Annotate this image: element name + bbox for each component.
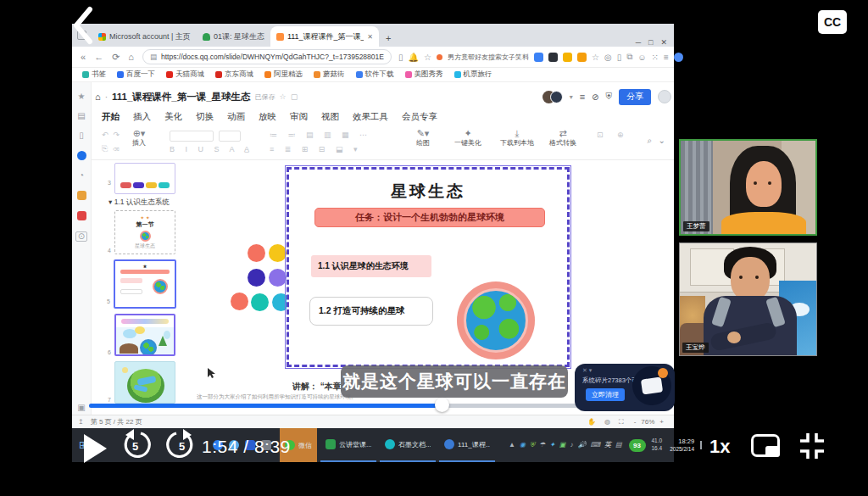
insert-tool[interactable]: ⊕▾ 插入 [132,129,146,148]
bookmark-item[interactable]: 天猫商城 [166,70,204,80]
books-icon[interactable]: ▤ [77,112,85,120]
tray-icon[interactable]: ♪ [570,442,573,449]
apps-grid-icon[interactable]: ⁙ [652,53,659,62]
playback-speed-button[interactable]: 1x [709,436,730,458]
more-tools-icons[interactable]: ⊡ ⊕ [597,131,630,139]
action-center-icon[interactable] [700,441,702,449]
exit-fullscreen-button[interactable] [795,431,829,461]
maximize-button[interactable]: □ [648,38,653,47]
clipboard-icons[interactable]: ⎘⌫ [102,144,124,153]
tray-icon[interactable]: ▤ [615,442,622,449]
arrow-up-icon[interactable]: ↥ [78,418,84,426]
bookmark-item[interactable]: 美图秀秀 [405,70,443,80]
font-size-select[interactable] [219,131,241,142]
download-tool[interactable]: ⤓ 下载到本地 [500,129,534,148]
bookmark-item[interactable]: 机票旅行 [454,70,492,80]
fit-screen-icon[interactable]: ⛶ [619,418,624,426]
share-button[interactable]: 分享 [619,89,651,105]
favorites-star-icon[interactable]: ★ [78,92,86,101]
docs-home-icon[interactable]: ⌂ [95,92,101,102]
history-icon[interactable]: ◔ [79,171,84,180]
collapse-icon[interactable]: « [81,52,86,62]
refresh-icon[interactable]: ⟳ [112,52,120,63]
draw-tool[interactable]: ✎▾ 绘图 [416,129,430,148]
comment-bubble-icon[interactable]: ◍ [604,418,610,426]
cc-subtitles-button[interactable]: CC [818,10,847,34]
bookmark-item[interactable]: 蘑菇街 [314,70,345,80]
security-score-badge[interactable]: 93 [629,439,646,452]
slide-thumbnail-5-active[interactable]: ★ [114,259,176,309]
extension-icon-1[interactable] [534,53,543,62]
bookmark-item[interactable]: 软件下载 [356,70,394,80]
tab-close-icon[interactable]: ✕ [367,33,373,41]
qq-icon[interactable] [77,151,86,160]
forward-5s-button[interactable]: 5 [166,429,197,463]
toolbar-search-icon[interactable]: ⌕ [647,136,652,146]
extension-icon-3[interactable] [563,53,572,62]
move-folder-icon[interactable]: ▢ [291,92,298,101]
toolbar-collapse-icon[interactable]: ⌄ [659,136,665,145]
lesson-seekbar[interactable] [89,404,585,408]
webcam-teacher[interactable]: 王梦蕾 [679,139,817,236]
player-back-button[interactable] [70,5,100,46]
tray-icon[interactable]: ☂ [539,442,545,449]
new-tab-button[interactable]: + [386,33,391,43]
target-icon[interactable]: ◎ [604,53,612,62]
hamburger-icon[interactable]: ≡ [580,92,585,102]
popup-close-icon[interactable]: ✕ ▾ [582,367,592,374]
tray-icon[interactable]: ⛨ [530,442,535,449]
zoom-in-button[interactable]: + [659,418,664,426]
bell-icon[interactable]: 🔔 [408,53,418,62]
browser-tab-2[interactable]: 01课: 星球生态 [197,26,270,47]
taskbar-app-3[interactable]: 111_课程... [439,428,495,462]
star-icon[interactable]: ☆ [424,53,431,62]
tray-icon[interactable]: ◉ [520,442,526,449]
browser-tab-1[interactable]: Microsoft account | 主页 [92,26,197,47]
beautify-tool[interactable]: ✦ 一键美化 [454,129,481,148]
taskbar-app-1[interactable]: 云讲堂课... [320,428,376,462]
collaborator-avatars[interactable] [542,91,563,103]
account-avatar[interactable] [674,53,683,62]
taskbar-clock[interactable]: 18:29 2025/2/14 [670,437,694,453]
bookmark-item[interactable]: 书签 [82,70,106,80]
page-info-icon[interactable]: ▤ [150,53,157,61]
panel-icon[interactable]: ▣ [77,404,85,412]
browser-tab-3-active[interactable]: 111_课程课件_第一课_星球生... ✕ [270,26,379,47]
favorite-icon[interactable]: ☆ [592,53,599,62]
slide-thumbnail-3[interactable] [114,163,175,194]
convert-tool[interactable]: ⇄ 格式转换 [549,129,576,148]
url-field[interactable]: ▤ https://docs.qq.com/slide/DWHNQYm/QdGa… [142,49,392,64]
profile-icon[interactable]: ☺ [637,53,646,62]
rewind-5s-button[interactable]: 5 [120,429,151,463]
minimize-button[interactable]: ─ [636,38,641,47]
zoom-out-button[interactable]: - [634,418,637,426]
home-icon[interactable]: ⌂ [128,52,134,62]
text-format-icons[interactable]: B I U S A A̲ [170,145,253,153]
slide-thumbnail-4[interactable]: ✦ ✦ 第一节 星球生态 [114,210,175,254]
menu-icon[interactable]: ≡ [664,53,669,62]
tray-icon[interactable]: ✦ [549,442,555,449]
paragraph-icons-row2[interactable]: ≡ ≣ ⊞ ⊟ ⬓ ▾ [270,145,361,153]
folder-icon[interactable] [77,191,86,200]
slide-canvas[interactable]: 星球生态 任务：设计一个生机勃勃的星球环境 1.1 认识星球的生态环境 1.2 … [287,167,570,367]
laser-pointer-icon[interactable]: ✋ [587,418,596,426]
extension-icon-4[interactable] [577,53,587,62]
extension-icon-2[interactable] [548,53,558,62]
tray-icon[interactable]: ▲ [509,442,515,449]
permission-shield-icon[interactable]: ⛨ [606,92,613,102]
share-icon[interactable]: ⧉ [626,52,632,62]
font-family-select[interactable] [170,131,214,142]
play-button[interactable] [84,434,107,463]
window-close-button[interactable]: ✕ [660,38,667,47]
tray-icon[interactable]: 英 [604,442,611,449]
bookmark-item[interactable]: 京东商城 [215,70,253,80]
phone-sync-icon[interactable]: ▯ [79,131,84,140]
webcam-student[interactable]: 王宝烨 [679,242,817,356]
helper-bubble[interactable] [658,90,671,103]
tray-icon[interactable]: ⌨ [590,442,600,449]
undo-redo-icons[interactable]: ↶↷ [102,131,125,139]
back-nav-icon[interactable]: ← [94,52,103,62]
popup-clean-button[interactable]: 立即清理 [586,388,625,401]
bookmark-item[interactable]: 阿里精选 [264,70,303,80]
slide-thumbnail-7[interactable] [114,361,175,404]
